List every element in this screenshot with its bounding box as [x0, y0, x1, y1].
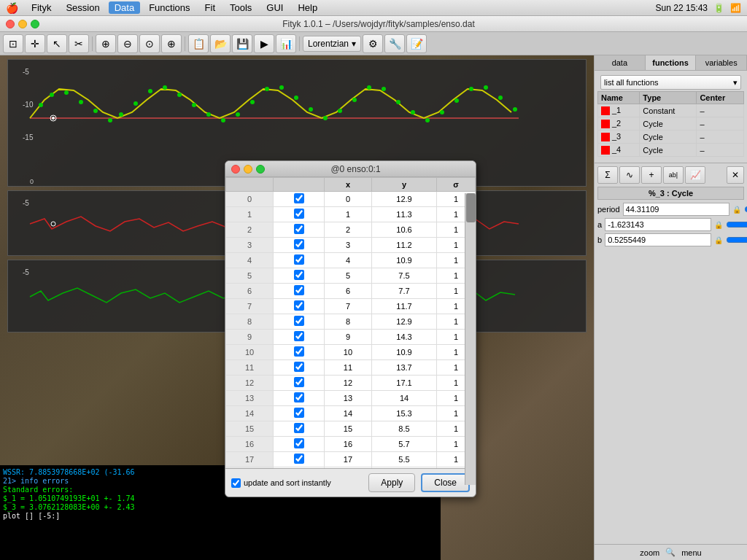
wrench-button[interactable]: 🔧: [384, 34, 405, 53]
tab-data[interactable]: data: [595, 55, 646, 70]
row-checkbox[interactable]: [294, 239, 304, 249]
row-checkbox[interactable]: [294, 454, 304, 464]
zoom-fit-button[interactable]: ⊡: [3, 34, 23, 53]
dialog-maximize-button[interactable]: [256, 165, 265, 174]
menu-fityk[interactable]: Fityk: [26, 1, 57, 14]
param-period-slider[interactable]: [744, 203, 747, 215]
row-checkbox-cell[interactable]: [274, 238, 325, 253]
param-b-lock[interactable]: 🔒: [714, 236, 723, 244]
row-checkbox-cell[interactable]: [274, 376, 325, 391]
row-checkbox-cell[interactable]: [274, 345, 325, 360]
menu-functions[interactable]: Functions: [143, 1, 196, 14]
menu-gui[interactable]: GUI: [260, 1, 289, 14]
param-ab-button[interactable]: ab|: [663, 166, 684, 184]
param-period-lock[interactable]: 🔒: [732, 206, 741, 214]
menu-session[interactable]: Session: [60, 1, 105, 14]
row-checkbox[interactable]: [294, 316, 304, 326]
row-checkbox-cell[interactable]: [274, 222, 325, 238]
scissors-button[interactable]: ✂: [69, 34, 89, 53]
script-button[interactable]: 📝: [406, 34, 427, 53]
func-row[interactable]: _3 Cycle –: [598, 131, 744, 144]
zoom-out-button[interactable]: ⊖: [117, 34, 138, 53]
func-row[interactable]: _1 Constant –: [598, 104, 744, 117]
fit-button[interactable]: 📊: [276, 34, 296, 53]
row-checkbox[interactable]: [294, 224, 304, 234]
row-checkbox-cell[interactable]: [274, 467, 325, 470]
row-checkbox[interactable]: [294, 392, 304, 402]
row-checkbox[interactable]: [294, 193, 304, 203]
maximize-button[interactable]: [31, 20, 39, 28]
row-checkbox-cell[interactable]: [274, 406, 325, 421]
param-close-button[interactable]: ✕: [727, 166, 744, 184]
row-checkbox[interactable]: [294, 331, 304, 341]
row-checkbox-cell[interactable]: [274, 268, 325, 284]
function-type-dropdown[interactable]: Lorentzian ▾: [303, 36, 361, 52]
zoom-in-button[interactable]: ⊕: [96, 34, 116, 53]
scrollbar[interactable]: [465, 193, 476, 485]
dialog-close-button[interactable]: [231, 165, 240, 174]
close-button[interactable]: [6, 20, 15, 28]
param-add-button[interactable]: +: [641, 166, 662, 184]
row-checkbox[interactable]: [294, 254, 304, 265]
param-wave-button[interactable]: ∿: [619, 166, 640, 184]
row-checkbox-cell[interactable]: [274, 314, 325, 330]
list-functions-dropdown[interactable]: list all functions ▾: [600, 75, 741, 90]
row-checkbox-cell[interactable]: [274, 192, 325, 207]
save-button[interactable]: 💾: [232, 34, 252, 53]
settings-button[interactable]: ⚙: [363, 34, 383, 53]
row-checkbox[interactable]: [294, 300, 304, 311]
dialog-minimize-button[interactable]: [244, 165, 252, 174]
row-checkbox[interactable]: [294, 438, 304, 448]
menu-help[interactable]: Help: [292, 1, 323, 14]
func-row[interactable]: _2 Cycle –: [598, 117, 744, 131]
param-chart-button[interactable]: 📈: [685, 166, 705, 184]
row-checkbox[interactable]: [294, 423, 304, 433]
menu-data[interactable]: Data: [109, 1, 140, 14]
add-func-button[interactable]: 📋: [188, 34, 209, 53]
menu-fit[interactable]: Fit: [199, 1, 221, 14]
zoom-all-button[interactable]: ⊙: [139, 34, 160, 53]
crosshair-button[interactable]: ✛: [25, 34, 45, 53]
param-a-slider[interactable]: [726, 219, 747, 230]
update-sort-checkbox[interactable]: [231, 478, 241, 488]
row-checkbox-cell[interactable]: [274, 360, 325, 376]
pointer-button[interactable]: ↖: [47, 34, 67, 53]
apply-button[interactable]: Apply: [368, 473, 415, 492]
scroll-thumb[interactable]: [466, 193, 476, 222]
row-checkbox-cell[interactable]: [274, 284, 325, 299]
load-button[interactable]: 📂: [210, 34, 231, 53]
tab-variables[interactable]: variables: [696, 55, 747, 70]
param-sigma-button[interactable]: Σ: [597, 166, 618, 184]
row-checkbox-cell[interactable]: [274, 207, 325, 222]
param-a-lock[interactable]: 🔒: [714, 221, 723, 229]
row-checkbox-cell[interactable]: [274, 299, 325, 314]
param-period-input[interactable]: [623, 203, 729, 216]
row-checkbox-cell[interactable]: [274, 330, 325, 345]
minimize-button[interactable]: [18, 20, 27, 28]
row-checkbox-cell[interactable]: [274, 421, 325, 437]
row-checkbox-cell[interactable]: [274, 437, 325, 452]
param-b-slider[interactable]: [726, 234, 747, 246]
row-checkbox-cell[interactable]: [274, 391, 325, 406]
row-y: 11.3: [372, 207, 437, 222]
func-row[interactable]: _4 Cycle –: [598, 144, 744, 157]
row-checkbox[interactable]: [294, 362, 304, 372]
table-row: 11 11 13.7 1: [226, 360, 476, 376]
row-checkbox[interactable]: [294, 285, 304, 295]
apple-menu[interactable]: 🍎: [6, 2, 18, 14]
row-checkbox[interactable]: [294, 377, 304, 387]
zoom-prev-button[interactable]: ⊕: [161, 34, 182, 53]
row-checkbox[interactable]: [294, 408, 304, 418]
tab-functions[interactable]: functions: [646, 55, 697, 70]
data-table-container[interactable]: x y σ 0 0 12.9 1 1 1 11.3 1 2 2 10.6 1 3…: [225, 177, 476, 469]
row-checkbox[interactable]: [294, 346, 304, 357]
row-checkbox[interactable]: [294, 209, 304, 219]
row-checkbox-cell[interactable]: [274, 452, 325, 467]
row-checkbox[interactable]: [294, 270, 304, 280]
row-checkbox-cell[interactable]: [274, 253, 325, 268]
param-a-input[interactable]: [605, 218, 711, 231]
param-b-input[interactable]: [605, 233, 711, 246]
run-button[interactable]: ▶: [254, 34, 274, 53]
close-button[interactable]: Close: [421, 473, 470, 492]
menu-tools[interactable]: Tools: [224, 1, 258, 14]
